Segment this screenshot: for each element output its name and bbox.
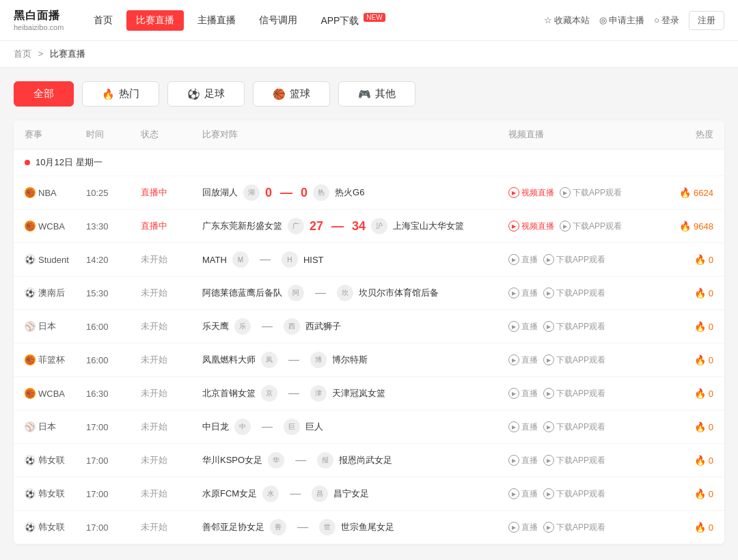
status-cell: 未开始: [141, 287, 202, 299]
sport-type-icon: 🏀: [25, 388, 36, 399]
broadcast-btn[interactable]: ▶ 直播: [508, 488, 538, 500]
time-cell: 10:25: [86, 188, 141, 198]
time-cell: 16:30: [86, 389, 141, 399]
app-watch-btn[interactable]: ▶ 下载APP观看: [543, 388, 605, 400]
team-away-logo: 沪: [371, 218, 387, 234]
breadcrumb: 首页 > 比赛直播: [0, 41, 738, 68]
broadcast-btn[interactable]: ▶ 直播: [508, 288, 538, 299]
app-label: 下载APP观看: [556, 254, 605, 266]
broadcast-label: 直播: [521, 522, 538, 533]
team-away-name: 报恩尚武女足: [339, 454, 392, 466]
team-away-logo: H: [282, 251, 298, 268]
status-cell: 未开始: [141, 387, 202, 400]
filter-all[interactable]: 全部: [14, 81, 74, 107]
broadcast-btn[interactable]: ▶ 直播: [508, 522, 538, 533]
app-watch-btn[interactable]: ▶ 下载APP观看: [543, 254, 605, 266]
nav-app-download[interactable]: APP下载 NEW: [311, 10, 394, 31]
team-home-name: 善邻亚足协女足: [202, 521, 264, 533]
heat-value: 0: [709, 255, 713, 265]
app-play-icon: ▶: [543, 321, 554, 332]
video-cell: ▶ 直播 ▶ 下载APP观看: [508, 421, 659, 433]
status-cell: 未开始: [141, 421, 202, 433]
heat-value: 0: [709, 456, 713, 466]
bookmark-link[interactable]: ☆ 收藏本站: [544, 14, 590, 27]
app-watch-btn[interactable]: ▶ 下载APP观看: [543, 321, 605, 333]
flame-icon: 🔥: [679, 221, 691, 232]
broadcast-label: 直播: [521, 388, 538, 400]
breadcrumb-home[interactable]: 首页: [14, 48, 31, 59]
app-watch-btn[interactable]: ▶ 下载APP观看: [543, 488, 605, 500]
date-section: 10月12日 星期一: [14, 150, 724, 176]
time-cell: 16:00: [86, 355, 141, 365]
app-play-icon: ▶: [543, 488, 554, 499]
broadcast-label: 直播: [521, 321, 538, 333]
team-away-logo: 西: [284, 318, 300, 335]
app-watch-btn[interactable]: ▶ 下载APP观看: [543, 522, 605, 533]
sport-cell: 🏀 WCBA: [25, 388, 86, 399]
video-live-btn[interactable]: ▶ 视频直播: [508, 221, 554, 232]
match-vs-cell: 回放湖人 湖 0 — 0 热 热火G6: [202, 184, 508, 201]
app-play-icon: ▶: [560, 187, 571, 198]
app-watch-btn[interactable]: ▶ 下载APP观看: [560, 221, 622, 232]
app-watch-btn[interactable]: ▶ 下载APP观看: [560, 187, 622, 199]
nav-home[interactable]: 首页: [84, 10, 122, 31]
heat-value: 0: [709, 389, 713, 399]
heat-value: 0: [709, 489, 713, 499]
filter-football[interactable]: ⚽ 足球: [167, 81, 245, 107]
time-cell: 13:30: [86, 221, 141, 232]
time-cell: 17:00: [86, 422, 141, 432]
play-icon: ▶: [508, 187, 519, 198]
broadcast-label: 直播: [521, 421, 538, 433]
team-home-name: 中日龙: [202, 421, 229, 433]
table-row: 🏀 菲篮杯 16:00 未开始 凤凰燃料大师 凤 — 博 博尔特斯 ▶ 直播 ▶…: [14, 344, 724, 377]
team-home-logo: 乐: [234, 318, 251, 335]
nav-signal[interactable]: 信号调用: [249, 10, 307, 31]
sport-label: 日本: [38, 320, 56, 333]
apply-host-link[interactable]: ◎ 申请主播: [599, 14, 644, 27]
logo-title: 黑白面播: [14, 9, 64, 23]
app-play-icon: ▶: [543, 288, 554, 298]
broadcast-btn[interactable]: ▶ 直播: [508, 354, 538, 366]
match-vs-cell: MATH M — H HIST: [202, 251, 508, 268]
logo: 黑白面播 heibaizibo.com: [14, 9, 64, 31]
sport-cell: 🏀 菲篮杯: [25, 354, 86, 366]
table-row: ⚽ 韩女联 17:00 未开始 华川KSPO女足 华 — 报 报恩尚武女足 ▶ …: [14, 444, 724, 477]
sport-cell: ⚽ 韩女联: [25, 454, 86, 466]
time-cell: 17:00: [86, 522, 141, 533]
heat-cell: 🔥 0: [659, 354, 713, 365]
app-watch-btn[interactable]: ▶ 下载APP观看: [543, 421, 605, 433]
login-link[interactable]: ○ 登录: [654, 14, 679, 27]
app-watch-btn[interactable]: ▶ 下载APP观看: [543, 455, 605, 466]
register-link[interactable]: 注册: [689, 11, 724, 30]
sport-type-icon: ⚾: [25, 321, 36, 332]
team-away-logo: 世: [319, 519, 336, 535]
broadcast-btn[interactable]: ▶ 直播: [508, 421, 538, 433]
app-watch-btn[interactable]: ▶ 下载APP观看: [543, 288, 605, 299]
sport-type-icon: ⚽: [25, 488, 36, 499]
flame-icon: 🔥: [694, 488, 706, 499]
broadcast-play-icon: ▶: [508, 522, 519, 533]
app-watch-btn[interactable]: ▶ 下载APP观看: [543, 354, 605, 366]
broadcast-btn[interactable]: ▶ 直播: [508, 321, 538, 333]
filter-other[interactable]: 🎮 其他: [338, 81, 415, 107]
nav-live-match[interactable]: 比赛直播: [126, 10, 184, 31]
heat-cell: 🔥 0: [659, 488, 713, 499]
team-away-name: 坎贝尔市体育馆后备: [359, 287, 439, 299]
team-home-logo: 阿: [288, 285, 304, 301]
video-label: 视频直播: [521, 187, 554, 199]
sport-label: 韩女联: [38, 488, 65, 500]
filter-basketball[interactable]: 🏀 篮球: [253, 81, 330, 107]
broadcast-btn[interactable]: ▶ 直播: [508, 388, 538, 400]
heat-cell: 🔥 0: [659, 421, 713, 432]
team-away-name: 天津冠岚女篮: [332, 387, 385, 400]
broadcast-btn[interactable]: ▶ 直播: [508, 455, 538, 466]
filter-hot[interactable]: 🔥 热门: [82, 81, 159, 107]
filter-tabs: 全部 🔥 热门 ⚽ 足球 🏀 篮球 🎮 其他: [14, 81, 724, 107]
team-away-name: 昌宁女足: [333, 488, 369, 500]
nav-host-live[interactable]: 主播直播: [188, 10, 245, 31]
video-cell: ▶ 视频直播 ▶ 下载APP观看: [508, 221, 659, 232]
team-away-name: 上海宝山大华女篮: [393, 220, 464, 232]
sport-cell: ⚽ 韩女联: [25, 488, 86, 500]
video-live-btn[interactable]: ▶ 视频直播: [508, 187, 554, 199]
broadcast-btn[interactable]: ▶ 直播: [508, 254, 538, 266]
